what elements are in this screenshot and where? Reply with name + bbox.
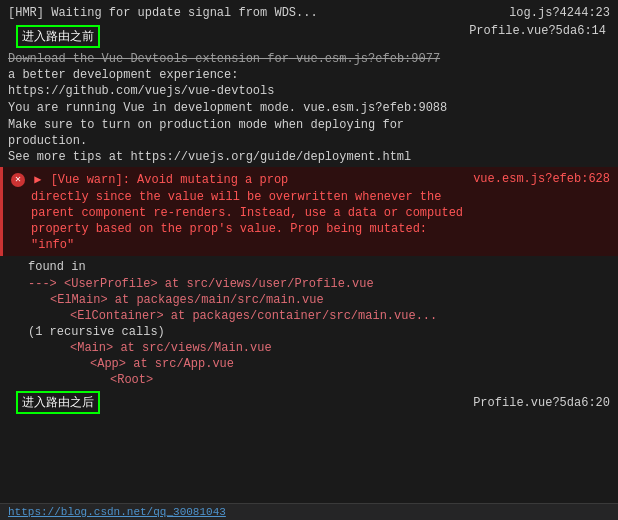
devtools-link1[interactable]: vue.esm.js?efeb:9077 (296, 52, 440, 66)
stack5: <Main> at src/views/Main.vue (0, 340, 618, 356)
devtools-line1: Download the Vue Devtools extension for … (0, 51, 618, 67)
profile-link2[interactable]: Profile.vue?5da6:20 (473, 396, 610, 410)
hmr-text: [HMR] Waiting for update signal from WDS… (8, 6, 318, 20)
hmr-link[interactable]: log.js?4244:23 (509, 6, 610, 20)
stack6: <App> at src/App.vue (0, 356, 618, 372)
highlight1-box: 进入路由之前 (16, 25, 100, 48)
highlight2-box: 进入路由之后 (16, 391, 100, 414)
found-in: found in (0, 258, 618, 276)
tips-line: See more tips at https://vuejs.org/guide… (0, 149, 618, 165)
stack3: <ElContainer> at packages/container/src/… (0, 308, 618, 324)
console-container: [HMR] Waiting for update signal from WDS… (0, 0, 618, 520)
stack1: ---> <UserProfile> at src/views/user/Pro… (0, 276, 618, 292)
stack7: <Root> (0, 372, 618, 388)
error-icon: ✕ (11, 173, 25, 187)
prod-link[interactable]: vue.esm.js?efeb:9088 (303, 101, 447, 115)
profile-link1[interactable]: Profile.vue?5da6:14 (469, 24, 606, 38)
devtools-url[interactable]: https://github.com/vuejs/vue-devtools (0, 83, 618, 99)
highlight2-text: 进入路由之后 (22, 396, 94, 410)
stack2: <ElMain> at packages/main/src/main.vue (0, 292, 618, 308)
highlight2-container: 进入路由之后 Profile.vue?5da6:20 (0, 388, 618, 417)
bottom-bar[interactable]: https://blog.csdn.net/qq_30081043 (0, 503, 618, 520)
highlight1-text: 进入路由之前 (22, 30, 94, 44)
warn-prefix: [Vue warn]: Avoid mutating a prop (51, 173, 289, 187)
prod-line2: Make sure to turn on production mode whe… (0, 117, 618, 133)
prod-line3: production. (0, 133, 618, 149)
highlight1-container: 进入路由之前 Profile.vue?5da6:14 (0, 22, 618, 51)
warn-line5: "info" (3, 237, 618, 253)
warn-block: ✕ ▶ [Vue warn]: Avoid mutating a prop vu… (0, 167, 618, 256)
console-body: [HMR] Waiting for update signal from WDS… (0, 0, 618, 503)
warn-link[interactable]: vue.esm.js?efeb:628 (473, 172, 610, 187)
warn-line3: parent component re-renders. Instead, us… (3, 205, 618, 221)
warn-line2: directly since the value will be overwri… (3, 189, 618, 205)
prod-line1: You are running Vue in development mode.… (0, 99, 618, 117)
warn-line1: ✕ ▶ [Vue warn]: Avoid mutating a prop vu… (3, 170, 618, 189)
devtools-line2: a better development experience: (0, 67, 618, 83)
tips-url[interactable]: https://vuejs.org/guide/deployment.html (130, 150, 411, 164)
warn-line4: property based on the prop's value. Prop… (3, 221, 618, 237)
stack4: (1 recursive calls) (0, 324, 618, 340)
hmr-line: [HMR] Waiting for update signal from WDS… (0, 4, 618, 22)
bottom-url[interactable]: https://blog.csdn.net/qq_30081043 (8, 506, 226, 518)
